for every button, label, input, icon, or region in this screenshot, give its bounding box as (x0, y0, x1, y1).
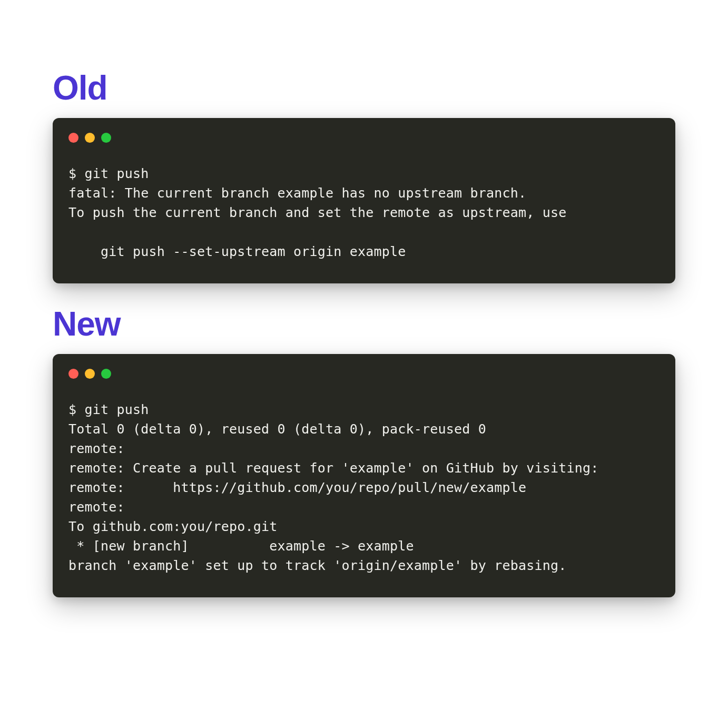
traffic-light-minimize-icon (85, 369, 95, 379)
traffic-light-zoom-icon (101, 369, 111, 379)
terminal-titlebar (68, 369, 660, 379)
traffic-light-close-icon (68, 133, 78, 143)
traffic-light-zoom-icon (101, 133, 111, 143)
heading-old: Old (53, 68, 675, 107)
terminal-old-output: $ git push fatal: The current branch exa… (68, 164, 660, 261)
traffic-light-close-icon (68, 369, 78, 379)
traffic-light-minimize-icon (85, 133, 95, 143)
terminal-new-output: $ git push Total 0 (delta 0), reused 0 (… (68, 400, 660, 575)
terminal-new: $ git push Total 0 (delta 0), reused 0 (… (53, 354, 675, 597)
terminal-old: $ git push fatal: The current branch exa… (53, 118, 675, 283)
heading-new: New (53, 304, 675, 343)
terminal-titlebar (68, 133, 660, 143)
